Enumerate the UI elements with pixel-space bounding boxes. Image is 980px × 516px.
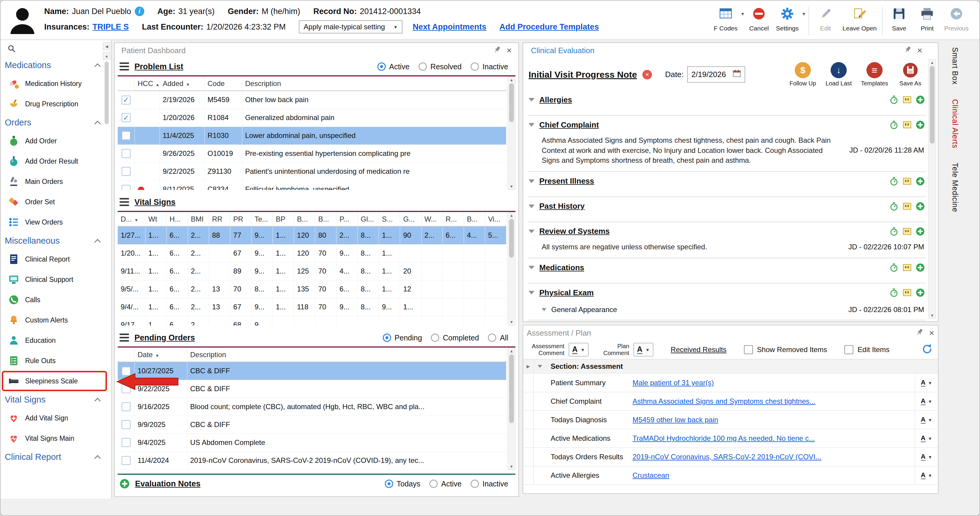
assessment-comment-font-button[interactable]: A ▼ [569, 343, 589, 357]
add-icon[interactable] [916, 95, 925, 104]
pin-icon[interactable] [916, 328, 924, 338]
delete-note-icon[interactable]: × [643, 70, 652, 79]
font-style-button[interactable]: A▼ [915, 467, 938, 484]
sidebar-item-order-set[interactable]: Order Set [1, 192, 111, 212]
scroll-up-button[interactable]: ▲ [510, 349, 514, 353]
collapse-triangle-icon[interactable] [528, 205, 535, 208]
sidebar-item-add-vital-sign[interactable]: Add Vital Sign [1, 408, 111, 428]
row-checkbox[interactable] [122, 185, 130, 190]
collapse-triangle-icon[interactable] [528, 230, 535, 233]
menu-icon[interactable] [119, 198, 129, 206]
added-column-header[interactable]: Added▼ [159, 76, 204, 91]
section-title[interactable]: Medications [539, 263, 584, 272]
previous-button[interactable]: Previous [941, 5, 972, 34]
show-removed-checkbox[interactable] [744, 345, 753, 354]
note-icon[interactable] [903, 288, 912, 297]
scroll-down-button[interactable]: ▼ [510, 320, 514, 324]
problem-row-selected[interactable]: 11/4/2025 R1030 Lower abdominal pain, un… [118, 127, 506, 144]
font-style-button[interactable]: A▼ [915, 429, 938, 447]
pin-icon[interactable] [493, 46, 501, 56]
next-appointments-link[interactable]: Next Appointments [413, 22, 487, 32]
sidebar-section-medications[interactable]: Medications [1, 57, 111, 73]
column-header[interactable]: BMI [188, 212, 209, 226]
section-title[interactable]: Allergies [539, 95, 572, 105]
assessment-row[interactable]: Todays Diagnosis M5459 other low back pa… [523, 411, 938, 429]
timer-icon[interactable] [889, 288, 899, 297]
font-style-button[interactable]: A▼ [915, 448, 938, 466]
problem-row[interactable]: 9/22/2025 Z91130 Patient's unintentional… [118, 162, 506, 180]
sidebar-item-add-order-result[interactable]: Add Order Result [1, 151, 111, 171]
sidebar-item-vital-signs-main[interactable]: Vital Signs Main [1, 428, 111, 449]
section-title[interactable]: Physical Exam [539, 288, 594, 297]
scrollbar-thumb[interactable] [105, 62, 109, 124]
scroll-up-button[interactable]: ▲ [510, 78, 514, 82]
tab-tele-medicine[interactable]: Tele Medicine [951, 163, 959, 212]
note-icon[interactable] [903, 263, 912, 272]
leave-open-button[interactable]: Leave Open [840, 5, 880, 34]
column-header[interactable]: B... [294, 212, 315, 226]
order-row[interactable]: 9/9/2025 CBC & DIFF [118, 416, 506, 433]
sidebar-item-drug-prescription[interactable]: Drug Prescription [1, 94, 111, 114]
row-checkbox[interactable] [122, 420, 130, 429]
assessment-group-header[interactable]: ▶ Section: Assessment [523, 360, 938, 374]
row-value-link[interactable]: 2019-nCoV Coronavirus, SARS-CoV-2 2019-n… [633, 448, 915, 466]
order-row[interactable]: 9/16/2025 Blood count; complete (CBC), a… [118, 398, 506, 416]
row-checkbox[interactable]: ✓ [122, 113, 130, 122]
scroll-down-button[interactable]: ▼ [510, 464, 514, 469]
column-header[interactable]: Vi... [485, 212, 506, 226]
description-column-header[interactable]: Description [242, 76, 506, 91]
section-title[interactable]: Chief Complaint [539, 120, 599, 130]
radio-inactive-notes[interactable] [471, 479, 479, 488]
table-row[interactable]: 9/11...1...6...2...899...1...125704...8.… [118, 262, 506, 280]
sidebar-item-add-order[interactable]: Add Order [1, 131, 111, 151]
add-icon[interactable] [119, 479, 130, 489]
column-header[interactable]: Te... [251, 212, 272, 226]
hcc-column-header[interactable]: HCC▲ [134, 76, 159, 91]
scrollbar-thumb[interactable] [930, 66, 935, 144]
add-icon[interactable] [916, 120, 925, 129]
row-checkbox[interactable] [122, 402, 130, 411]
scrollbar-thumb[interactable] [509, 83, 514, 122]
chevron-down-icon[interactable]: ▼ [740, 11, 745, 16]
collapse-triangle-icon[interactable] [538, 365, 542, 368]
subsection-title[interactable]: General Appearance [551, 305, 617, 314]
sidebar-section-orders[interactable]: Orders [1, 114, 111, 131]
row-value-link[interactable]: Crustacean [633, 467, 915, 484]
radio-active-notes[interactable] [430, 479, 438, 488]
radio-inactive[interactable] [471, 62, 479, 71]
column-header[interactable]: H... [166, 212, 188, 226]
note-icon[interactable] [903, 120, 912, 129]
column-header[interactable]: B... [464, 212, 485, 226]
tab-clinical-alerts[interactable]: Clinical Alerts [951, 99, 959, 148]
section-text[interactable]: All systems are negative unless otherwis… [542, 242, 707, 252]
font-style-button[interactable]: A▼ [915, 411, 938, 429]
add-icon[interactable] [916, 202, 925, 211]
add-procedure-templates-link[interactable]: Add Procedure Templates [500, 22, 599, 32]
info-icon[interactable]: i [135, 6, 144, 16]
chevron-down-icon[interactable]: ▼ [802, 11, 806, 16]
pin-icon[interactable] [904, 46, 912, 56]
sidebar-item-main-orders[interactable]: Main Orders [1, 171, 111, 192]
code-column-header[interactable]: Code [204, 76, 242, 91]
scrollbar[interactable]: ▲ ▼ [508, 76, 515, 190]
add-icon[interactable] [916, 288, 925, 297]
timer-icon[interactable] [889, 177, 899, 186]
sidebar-search-button[interactable] [1, 42, 111, 57]
row-value-link[interactable]: TraMADol Hydrochloride 100 mg As needed.… [633, 429, 915, 447]
settings-button[interactable]: Settings [773, 5, 802, 34]
insurances-link[interactable]: TRIPLE S [92, 22, 129, 32]
collapse-triangle-icon[interactable] [528, 123, 535, 127]
row-checkbox[interactable] [122, 131, 130, 140]
section-title[interactable]: Review of Systems [539, 227, 610, 236]
row-value-link[interactable]: M5459 other low back pain [633, 411, 915, 429]
section-title[interactable]: Present Illness [539, 176, 594, 186]
note-icon[interactable] [903, 95, 912, 104]
scroll-up-button[interactable]: ▲ [103, 52, 111, 60]
row-value-link[interactable]: Male patient of 31 year(s) [633, 374, 915, 392]
timer-icon[interactable] [889, 227, 899, 236]
tab-smart-box[interactable]: Smart Box [951, 47, 959, 85]
sidebar-section-clinical-report[interactable]: Clinical Report [1, 449, 111, 465]
row-checkbox[interactable] [122, 438, 130, 447]
load-last-button[interactable]: ↓ Load Last [824, 62, 853, 87]
save-as-button[interactable]: Save As [896, 62, 925, 87]
